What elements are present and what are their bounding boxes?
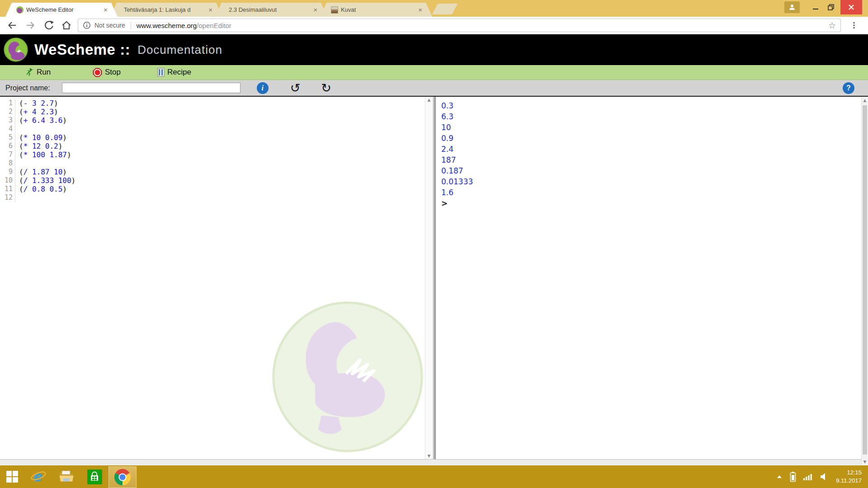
output-lines: 0.36.3100.92.41870.1870.013331.6> <box>441 100 861 209</box>
person-icon <box>788 4 796 11</box>
hidden-icons-chevron[interactable] <box>776 474 783 479</box>
line-number: 1 <box>0 99 15 108</box>
line-number: 7 <box>0 150 15 159</box>
security-label[interactable]: Not secure <box>94 22 125 29</box>
browser-tab-3[interactable]: Kuvat× <box>320 3 432 17</box>
code-line[interactable]: 1(- 3 2.7) <box>0 99 425 108</box>
wescheme-favicon-icon <box>16 6 24 14</box>
file-explorer-button[interactable] <box>52 465 80 488</box>
scroll-up-icon[interactable]: ▲ <box>428 98 431 102</box>
forward-button[interactable] <box>24 19 37 32</box>
recipe-icon <box>157 68 165 77</box>
restore-button[interactable] <box>823 0 839 14</box>
code-line[interactable]: 10(/ 1.333 100) <box>0 176 425 185</box>
scrollbar-thumb[interactable] <box>863 105 867 455</box>
code-text: (+ 4 2.3) <box>19 108 58 116</box>
brand-title: WeScheme :: <box>34 41 130 58</box>
code-editor[interactable]: 1(- 3 2.7)2(+ 4 2.3)3(+ 6.4 3.6)4 5(* 10… <box>0 97 425 465</box>
minimize-icon <box>812 4 819 10</box>
browser-tab-0[interactable]: WeScheme Editor× <box>5 3 118 17</box>
chrome-taskbar-button[interactable] <box>108 466 137 488</box>
tab-label: Tehtäväsarja 1: Laskuja d <box>124 6 205 13</box>
scroll-down-icon[interactable]: ▼ <box>862 460 868 464</box>
code-line[interactable]: 3(+ 6.4 3.6) <box>0 116 425 125</box>
url-host: www.wescheme.org <box>137 22 197 29</box>
code-text: (/ 1.87 10) <box>19 168 67 176</box>
repl-prompt[interactable]: > <box>441 198 861 209</box>
code-text: (/ 1.333 100) <box>19 176 75 185</box>
tab-close-icon[interactable]: × <box>312 6 318 13</box>
back-button[interactable] <box>5 19 19 32</box>
battery-icon[interactable] <box>790 471 796 482</box>
taskbar-clock[interactable]: 12:15 9.11.2017 <box>836 469 862 484</box>
speaker-icon[interactable] <box>820 472 829 481</box>
code-line[interactable]: 11(/ 0.8 0.5) <box>0 185 425 193</box>
internet-explorer-button[interactable]: e <box>24 465 52 488</box>
minimize-button[interactable] <box>808 0 823 14</box>
code-text <box>19 125 24 133</box>
code-line[interactable]: 7(* 100 1.87) <box>0 150 425 159</box>
bookmark-star-icon[interactable]: ☆ <box>828 21 836 30</box>
recipe-label: Recipe <box>167 68 191 77</box>
browser-navbar: Not secure www.wescheme.org/openEditor ☆ <box>0 17 868 34</box>
close-icon <box>848 4 854 10</box>
wescheme-header: WeScheme :: Documentation <box>0 34 868 65</box>
help-button[interactable]: ? <box>843 82 854 94</box>
tab-close-icon[interactable]: × <box>103 6 108 13</box>
output-value: 6.3 <box>441 111 861 122</box>
line-number: 11 <box>0 185 15 193</box>
code-line[interactable]: 9(/ 1.87 10) <box>0 168 425 176</box>
code-line[interactable]: 2(+ 4 2.3) <box>0 108 425 116</box>
restore-icon <box>828 4 834 10</box>
project-bar: Project name: i ↺ ↻ ? <box>0 80 868 97</box>
horizontal-scrollbar[interactable] <box>0 459 861 465</box>
new-tab-button[interactable] <box>432 4 458 14</box>
code-line[interactable]: 12 <box>0 193 425 202</box>
panel-splitter[interactable] <box>433 97 436 465</box>
tab-close-icon[interactable]: × <box>208 6 213 13</box>
network-signal-icon[interactable] <box>803 473 812 480</box>
editor-scrollbar[interactable]: ▲ ▼ <box>425 97 433 465</box>
code-line[interactable]: 5(* 10 0.09) <box>0 133 425 142</box>
svg-text:e: e <box>33 469 42 484</box>
file-explorer-icon <box>58 470 75 483</box>
output-value: 1.6 <box>441 187 861 198</box>
scroll-down-icon[interactable]: ▼ <box>428 454 431 458</box>
windows-store-button[interactable] <box>80 465 108 488</box>
wescheme-logo-icon <box>4 38 28 62</box>
run-button[interactable]: Run <box>25 65 51 80</box>
reload-button[interactable] <box>42 19 55 32</box>
line-number: 3 <box>0 116 15 125</box>
clock-time: 12:15 <box>836 469 862 477</box>
window-controls <box>784 0 868 17</box>
close-button[interactable] <box>840 0 862 14</box>
chrome-icon <box>114 469 131 485</box>
browser-tab-1[interactable]: Tehtäväsarja 1: Laskuja d× <box>110 3 222 17</box>
scroll-up-icon[interactable]: ▲ <box>862 99 868 103</box>
home-button[interactable] <box>60 19 73 32</box>
interactions-panel[interactable]: 0.36.3100.92.41870.1870.013331.6> <box>436 97 861 465</box>
tab-close-icon[interactable]: × <box>417 6 423 13</box>
output-value: 0.9 <box>441 133 861 144</box>
code-lines: 1(- 3 2.7)2(+ 4 2.3)3(+ 6.4 3.6)4 5(* 10… <box>0 99 425 202</box>
code-line[interactable]: 8 <box>0 159 425 168</box>
info-button[interactable]: i <box>257 82 269 94</box>
store-icon <box>87 469 102 484</box>
url-path: /openEditor <box>197 22 231 29</box>
code-line[interactable]: 6(* 12 0.2) <box>0 142 425 150</box>
output-value: 0.187 <box>441 165 861 176</box>
address-bar[interactable]: Not secure www.wescheme.org/openEditor ☆ <box>78 19 841 32</box>
stop-button[interactable]: Stop <box>93 65 121 80</box>
project-name-input[interactable] <box>62 83 241 93</box>
recipe-button[interactable]: Recipe <box>157 65 191 80</box>
profile-button[interactable] <box>784 1 800 13</box>
url-text[interactable]: www.wescheme.org/openEditor <box>137 22 231 29</box>
menu-button[interactable] <box>845 19 863 32</box>
redo-button[interactable]: ↻ <box>321 82 331 94</box>
page-scrollbar[interactable]: ▲ ▼ <box>861 97 868 465</box>
code-line[interactable]: 4 <box>0 125 425 133</box>
start-button[interactable] <box>0 465 24 488</box>
line-number: 6 <box>0 142 15 150</box>
browser-tab-2[interactable]: 2.3 Desimaaliluvut× <box>215 3 327 17</box>
undo-button[interactable]: ↺ <box>290 82 301 94</box>
